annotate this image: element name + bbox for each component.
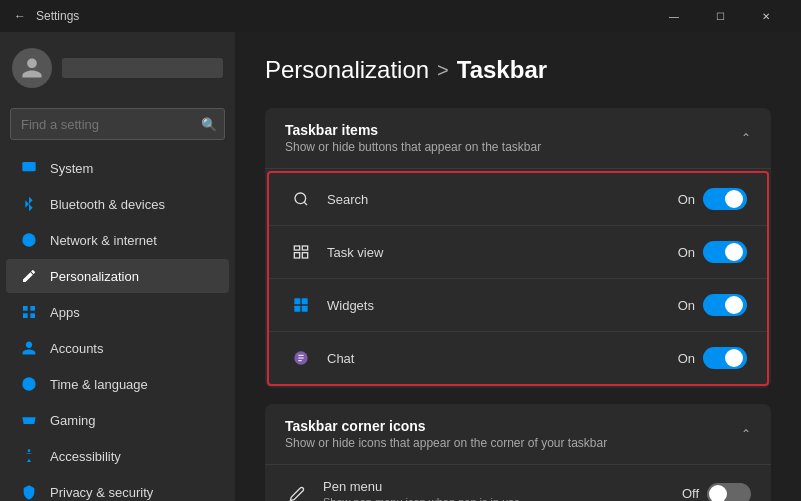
chevron-up-icon: ⌃ <box>741 131 751 145</box>
grid-icon <box>20 303 38 321</box>
accessibility-icon <box>20 447 38 465</box>
penmenu-toggle-wrap: Off <box>682 483 751 502</box>
taskview-toggle-wrap: On <box>678 241 747 263</box>
penmenu-toggle-label: Off <box>682 486 699 501</box>
sidebar-item-accounts[interactable]: Accounts <box>6 331 229 365</box>
minimize-button[interactable]: — <box>651 0 697 32</box>
maximize-button[interactable]: ☐ <box>697 0 743 32</box>
penmenu-toggle[interactable] <box>707 483 751 502</box>
chat-toggle-label: On <box>678 351 695 366</box>
sidebar-item-time[interactable]: Time & language <box>6 367 229 401</box>
sidebar-item-label: Apps <box>50 305 80 320</box>
chat-setting-label: Chat <box>327 351 678 366</box>
section-title: Taskbar items <box>285 122 541 138</box>
sidebar-item-gaming[interactable]: Gaming <box>6 403 229 437</box>
sidebar-item-privacy[interactable]: Privacy & security <box>6 475 229 501</box>
person-icon <box>20 339 38 357</box>
search-toggle-wrap: On <box>678 188 747 210</box>
toggle-thumb <box>725 349 743 367</box>
widgets-toggle[interactable] <box>703 294 747 316</box>
svg-rect-5 <box>30 313 35 318</box>
svg-rect-12 <box>302 253 307 258</box>
widgets-toggle-label: On <box>678 298 695 313</box>
toggle-thumb <box>725 296 743 314</box>
section-subtitle: Show or hide buttons that appear on the … <box>285 140 541 154</box>
penmenu-label-wrap: Pen menu Show pen menu icon when pen is … <box>323 479 682 501</box>
main-content: Personalization > Taskbar Taskbar items … <box>235 32 801 501</box>
breadcrumb-separator: > <box>437 59 449 82</box>
sidebar-item-label: Personalization <box>50 269 139 284</box>
sidebar-item-network[interactable]: Network & internet <box>6 223 229 257</box>
sidebar-item-personalization[interactable]: Personalization <box>6 259 229 293</box>
svg-rect-13 <box>294 298 300 304</box>
sidebar-item-label: Accessibility <box>50 449 121 464</box>
sidebar-item-system[interactable]: System <box>6 151 229 185</box>
app-body: 🔍 System Bluetooth & devices Network & i… <box>0 32 801 501</box>
widgets-toggle-wrap: On <box>678 294 747 316</box>
sidebar-item-label: Time & language <box>50 377 148 392</box>
taskbar-items-header: Taskbar items Show or hide buttons that … <box>265 108 771 169</box>
taskbar-corner-section: Taskbar corner icons Show or hide icons … <box>265 404 771 501</box>
breadcrumb-current: Taskbar <box>457 56 547 84</box>
sidebar-item-accessibility[interactable]: Accessibility <box>6 439 229 473</box>
back-button[interactable]: ← <box>12 8 28 24</box>
search-setting-label: Search <box>327 192 678 207</box>
bluetooth-icon <box>20 195 38 213</box>
svg-rect-4 <box>23 313 28 318</box>
taskview-toggle[interactable] <box>703 241 747 263</box>
profile-name <box>62 58 223 78</box>
sidebar-item-label: Accounts <box>50 341 103 356</box>
setting-row-taskview: Task view On <box>269 226 767 279</box>
gamepad-icon <box>20 411 38 429</box>
penmenu-label: Pen menu <box>323 479 682 494</box>
chat-setting-icon <box>289 346 313 370</box>
sidebar-item-label: Bluetooth & devices <box>50 197 165 212</box>
sidebar-item-label: Network & internet <box>50 233 157 248</box>
setting-row-chat: Chat On <box>269 332 767 384</box>
svg-point-7 <box>28 449 31 452</box>
chevron-up-icon-2: ⌃ <box>741 427 751 441</box>
setting-row-penmenu: Pen menu Show pen menu icon when pen is … <box>265 465 771 501</box>
penmenu-sublabel: Show pen menu icon when pen is in use <box>323 496 682 501</box>
section-corner-title: Taskbar corner icons <box>285 418 607 434</box>
close-button[interactable]: ✕ <box>743 0 789 32</box>
svg-point-8 <box>295 193 306 204</box>
svg-rect-3 <box>30 306 35 311</box>
widgets-setting-label: Widgets <box>327 298 678 313</box>
toggle-thumb <box>709 485 727 502</box>
title-bar-text: Settings <box>36 9 79 23</box>
search-input[interactable] <box>10 108 225 140</box>
svg-rect-11 <box>294 253 299 258</box>
taskbar-corner-header: Taskbar corner icons Show or hide icons … <box>265 404 771 465</box>
breadcrumb: Personalization > Taskbar <box>265 56 771 84</box>
search-toggle[interactable] <box>703 188 747 210</box>
toggle-thumb <box>725 243 743 261</box>
avatar <box>12 48 52 88</box>
svg-rect-9 <box>294 246 299 250</box>
highlight-box: Search On Task view <box>267 171 769 386</box>
section-corner-subtitle: Show or hide icons that appear on the co… <box>285 436 607 450</box>
breadcrumb-parent: Personalization <box>265 56 429 84</box>
title-bar: ← Settings — ☐ ✕ <box>0 0 801 32</box>
section-corner-title-wrap: Taskbar corner icons Show or hide icons … <box>285 418 607 450</box>
svg-rect-0 <box>22 162 35 171</box>
chat-toggle[interactable] <box>703 347 747 369</box>
toggle-thumb <box>725 190 743 208</box>
svg-rect-2 <box>23 306 28 311</box>
search-setting-icon <box>289 187 313 211</box>
setting-row-widgets: Widgets On <box>269 279 767 332</box>
globe-icon <box>20 231 38 249</box>
taskview-setting-label: Task view <box>327 245 678 260</box>
svg-rect-14 <box>302 298 308 304</box>
section-title-wrap: Taskbar items Show or hide buttons that … <box>285 122 541 154</box>
pen-setting-icon <box>285 482 309 502</box>
sidebar-item-bluetooth[interactable]: Bluetooth & devices <box>6 187 229 221</box>
widgets-setting-icon <box>289 293 313 317</box>
sidebar-item-label: System <box>50 161 93 176</box>
search-toggle-label: On <box>678 192 695 207</box>
sidebar-item-apps[interactable]: Apps <box>6 295 229 329</box>
chat-toggle-wrap: On <box>678 347 747 369</box>
taskview-toggle-label: On <box>678 245 695 260</box>
taskview-setting-icon <box>289 240 313 264</box>
svg-rect-10 <box>302 246 307 250</box>
